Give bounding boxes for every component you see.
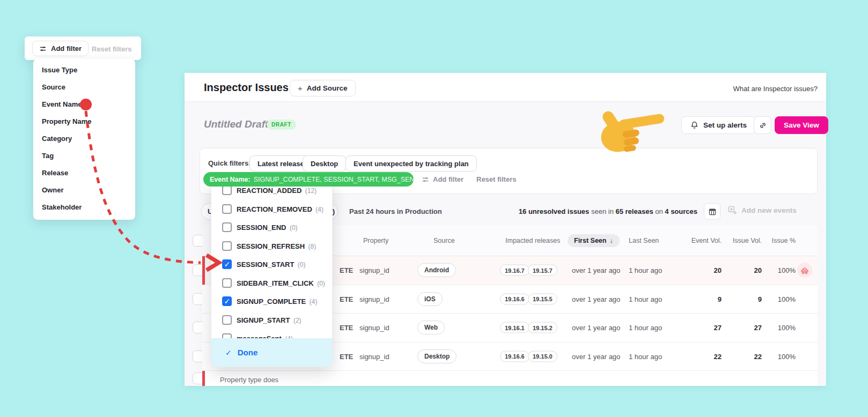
event-option-session-refresh[interactable]: SESSION_REFRESH (8) xyxy=(211,237,332,255)
timeframe-label: Past 24 hours in Production xyxy=(349,207,442,215)
first-seen-cell: over 1 year ago xyxy=(572,352,620,360)
menu-item-property-name[interactable]: Property Name xyxy=(33,113,135,130)
add-source-button[interactable]: + Add Source xyxy=(290,80,356,96)
first-seen-cell: over 1 year ago xyxy=(572,324,620,332)
page-title: Inspector Issues xyxy=(204,81,289,94)
property-cell: signup_id xyxy=(359,295,389,303)
calendar-icon xyxy=(708,207,717,216)
quick-filter-desktop[interactable]: Desktop xyxy=(303,155,346,172)
issue-pct-cell: 100% xyxy=(753,352,796,360)
menu-item-owner[interactable]: Owner xyxy=(33,182,135,199)
add-events-icon xyxy=(727,205,737,215)
add-filter-label: Add filter xyxy=(51,44,82,53)
issue-pct-cell: 100% xyxy=(753,295,796,303)
plus-icon: + xyxy=(298,84,303,93)
menu-item-release[interactable]: Release xyxy=(33,165,135,182)
event-option-session-start[interactable]: SESSION_START (0) xyxy=(211,255,332,273)
checkbox-unchecked[interactable] xyxy=(222,204,232,214)
table-row-partial[interactable]: Property type does xyxy=(202,371,818,386)
menu-item-issue-type[interactable]: Issue Type xyxy=(33,62,135,79)
source-chip: Android xyxy=(417,263,456,277)
event-option-sidebar-item-click[interactable]: SIDEBAR_ITEM_CLICK (0) xyxy=(211,274,332,292)
reset-filters-disabled: Reset filters xyxy=(92,45,131,53)
event-name-dropdown: REACTION_ADDED (12) REACTION_REMOVED (4)… xyxy=(211,180,333,367)
checkbox-checked[interactable] xyxy=(222,259,232,269)
release-chip: 19.15.5 xyxy=(528,293,557,304)
release-chip: 19.16.7 xyxy=(500,265,529,276)
release-chip: 19.15.7 xyxy=(528,265,557,276)
canvas: Inspector Issues + Add Source What are I… xyxy=(0,0,868,417)
checkbox-unchecked[interactable] xyxy=(222,185,232,195)
col-last-seen[interactable]: Last Seen xyxy=(629,237,659,244)
last-seen-cell: 1 hour ago xyxy=(629,352,662,360)
help-link[interactable]: What are Inspector issues? xyxy=(733,85,818,93)
issue-pct-cell: 100% xyxy=(753,266,796,274)
issue-pct-cell: 100% xyxy=(753,324,796,332)
release-chip: 19.16.1 xyxy=(500,322,529,333)
source-chip: Desktop xyxy=(417,349,457,363)
col-property[interactable]: Property xyxy=(363,237,388,244)
release-chip: 19.15.2 xyxy=(528,322,557,333)
save-view-button[interactable]: Save View xyxy=(775,116,828,134)
last-seen-cell: 1 hour ago xyxy=(629,266,662,274)
col-first-seen-sort[interactable]: First Seen ↓ xyxy=(568,234,620,247)
source-chip: Web xyxy=(417,321,445,334)
menu-item-event-name[interactable]: Event Name xyxy=(33,96,135,113)
status-tab-fragment: ) xyxy=(333,207,335,215)
set-up-alerts-label: Set up alerts xyxy=(703,121,747,129)
first-seen-cell: over 1 year ago xyxy=(572,266,620,274)
fire-truck-icon xyxy=(800,265,810,275)
event-option-signup-complete[interactable]: SIGNUP_COMPLETE (4) xyxy=(211,292,332,310)
last-seen-cell: 1 hour ago xyxy=(629,324,662,332)
checkbox-checked[interactable] xyxy=(222,296,232,306)
view-name: Untitled Draft xyxy=(204,118,268,130)
reset-filters-secondary[interactable]: Reset filters xyxy=(476,175,516,183)
col-source[interactable]: Source xyxy=(433,237,455,244)
checkbox-unchecked[interactable] xyxy=(222,241,232,251)
sort-desc-icon: ↓ xyxy=(609,237,613,244)
quick-filters-label: Quick filters: xyxy=(208,155,251,172)
event-name-fragment: ETE xyxy=(340,295,353,303)
add-filter-button[interactable]: Add filter xyxy=(32,41,89,56)
add-new-events-button[interactable]: Add new events xyxy=(727,205,797,215)
event-name-fragment: ETE xyxy=(340,266,353,274)
summary-sources: 4 sources xyxy=(665,207,697,215)
event-name-fragment: ETE xyxy=(340,324,353,332)
event-vol-cell: 20 xyxy=(679,266,722,274)
active-filter-values: SIGNUP_COMPLETE, SESSION_START, MSG_SENT xyxy=(254,176,414,183)
active-filter-chip[interactable]: Event Name: SIGNUP_COMPLETE, SESSION_STA… xyxy=(203,172,414,187)
event-name-fragment: ETE xyxy=(340,352,353,360)
col-issue-pct[interactable]: Issue % xyxy=(753,237,796,244)
issues-summary: 16 unresolved issues seen in 65 releases… xyxy=(483,207,697,215)
property-cell: signup_id xyxy=(359,324,389,332)
menu-item-tag[interactable]: Tag xyxy=(33,147,135,165)
event-option-reaction-removed[interactable]: REACTION_REMOVED (4) xyxy=(211,200,332,218)
check-icon: ✓ xyxy=(225,348,232,357)
col-impacted-releases[interactable]: Impacted releases xyxy=(505,237,560,244)
menu-item-stakeholder[interactable]: Stakeholder xyxy=(33,199,135,216)
done-label: Done xyxy=(238,348,258,357)
set-up-alerts-button[interactable]: Set up alerts xyxy=(681,116,755,134)
severity-strip xyxy=(202,256,205,285)
add-source-label: Add Source xyxy=(307,84,348,92)
filter-icon xyxy=(422,176,429,183)
source-chip: iOS xyxy=(417,292,443,306)
filter-icon xyxy=(39,45,47,53)
checkbox-unchecked[interactable] xyxy=(222,222,232,232)
link-icon xyxy=(759,121,767,130)
event-option-session-end[interactable]: SESSION_END (0) xyxy=(211,218,332,236)
menu-item-category[interactable]: Category xyxy=(33,130,135,147)
copy-link-button[interactable] xyxy=(754,116,771,134)
col-first-seen-label: First Seen xyxy=(574,237,606,244)
bell-icon xyxy=(690,121,699,130)
col-event-vol[interactable]: Event Vol. xyxy=(679,237,722,244)
release-chip: 19.16.6 xyxy=(500,293,529,304)
calendar-button[interactable] xyxy=(704,203,720,220)
checkbox-unchecked[interactable] xyxy=(222,278,232,288)
add-filter-secondary[interactable]: Add filter xyxy=(422,175,464,183)
checkbox-unchecked[interactable] xyxy=(222,315,232,325)
done-button[interactable]: ✓ Done xyxy=(211,338,332,367)
event-option-signup-start[interactable]: SIGNUP_START (2) xyxy=(211,311,332,329)
menu-item-source[interactable]: Source xyxy=(33,79,135,96)
quick-filter-event-unexpected[interactable]: Event unexpected by tracking plan xyxy=(345,155,477,172)
